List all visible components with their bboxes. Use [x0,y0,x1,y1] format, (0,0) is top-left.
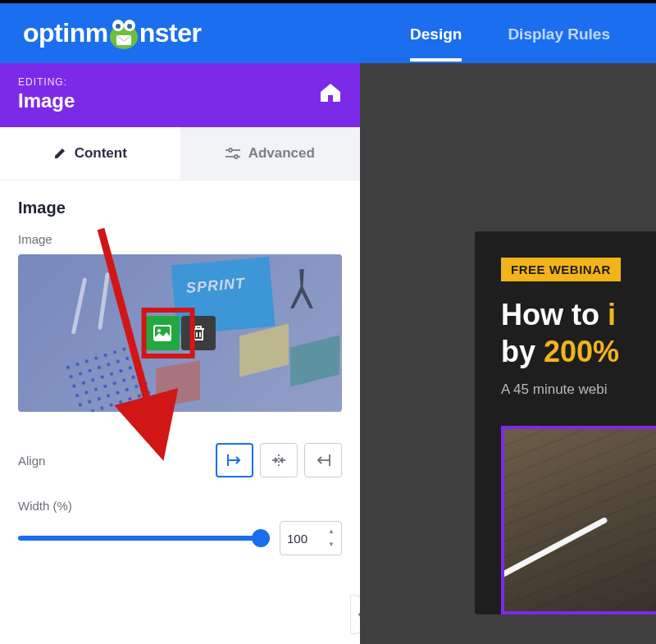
editing-banner: EDITING: Image [0,63,360,127]
popup-subtitle[interactable]: A 45 minute webi [501,381,656,398]
pencil-icon [53,147,66,160]
align-row: Align [0,435,360,486]
canvas[interactable]: FREE WEBINAR How to i by 200% A 45 minut… [360,63,656,644]
preview-actions [145,316,216,350]
svg-point-12 [157,329,161,332]
sliders-icon [226,148,240,159]
brand-text-left: optinm [23,18,108,48]
delete-image-icon [191,325,206,341]
width-row: Width (%) 100 ▲ ▼ [0,486,360,569]
align-label: Align [18,454,216,468]
tab-advanced[interactable]: Advanced [180,127,361,180]
popup-title-accent-1: i [608,298,616,331]
tab-advanced-label: Advanced [248,145,315,162]
tab-content-label: Content [75,145,127,162]
home-button[interactable] [319,82,342,107]
top-bar: optinm nster Design Display Rules [0,0,656,63]
align-left-button[interactable] [216,443,253,477]
svg-point-9 [235,155,238,158]
tab-content[interactable]: Content [0,127,180,180]
popup-badge: FREE WEBINAR [501,258,621,281]
image-field-label: Image [18,232,342,246]
svg-point-4 [127,24,132,29]
slider-thumb[interactable] [252,529,270,547]
section-title: Image [18,199,342,217]
main: EDITING: Image Content Advanced Ima [0,63,656,644]
align-left-icon [226,453,243,468]
image-section: Image Image SPRINT [0,180,360,435]
popup-title-part-2: by [501,335,544,368]
popup-card[interactable]: FREE WEBINAR How to i by 200% A 45 minut… [475,231,656,614]
replace-image-button[interactable] [145,316,180,350]
popup-image-block[interactable] [501,426,656,614]
editing-title: Image [18,89,75,112]
tab-design[interactable]: Design [387,5,485,62]
popup-title[interactable]: How to i by 200% [501,296,656,370]
image-preview[interactable]: SPRINT [18,254,342,412]
popup-title-part-1: How to [501,298,608,331]
width-step-down[interactable]: ▼ [328,541,338,548]
svg-point-3 [116,24,121,29]
align-center-button[interactable] [260,443,298,477]
align-right-icon [315,453,331,468]
align-center-icon [270,453,288,468]
width-slider[interactable] [18,536,268,541]
width-step-up[interactable]: ▲ [328,528,338,535]
top-nav: Design Display Rules [387,5,633,62]
sidebar: EDITING: Image Content Advanced Ima [0,63,360,644]
align-group [216,443,342,477]
brand-logo: optinm nster [23,16,201,52]
align-right-button[interactable] [304,443,342,477]
svg-point-7 [229,148,232,152]
replace-image-icon [153,325,171,341]
width-value: 100 [287,532,308,546]
mascot-icon [107,16,141,52]
width-input[interactable]: 100 ▲ ▼ [280,521,342,555]
delete-image-button[interactable] [181,316,216,350]
tab-display-rules[interactable]: Display Rules [485,5,633,62]
brand-text-right: nster [139,18,202,48]
width-label: Width (%) [18,499,342,513]
popup-title-accent-2: 200% [544,335,619,368]
sidebar-tabs: Content Advanced [0,127,360,180]
editing-label: EDITING: [18,76,75,88]
home-icon [319,82,342,103]
